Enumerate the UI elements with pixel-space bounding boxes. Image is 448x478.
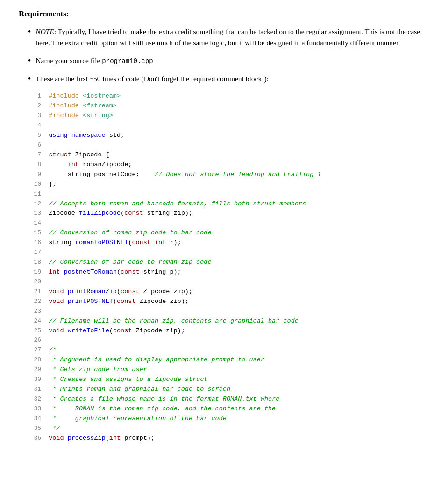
- note-bullet-text: NOTE: Typically, I have tried to make th…: [36, 26, 429, 49]
- line-num-23: 23: [28, 307, 49, 316]
- table-row: 16 string romanToPOSTNET(const int r);: [28, 238, 429, 248]
- requirements-list: • NOTE: Typically, I have tried to make …: [28, 26, 429, 85]
- table-row: 33 * ROMAN is the roman zip code, and th…: [28, 404, 429, 414]
- line-num-26: 26: [28, 336, 49, 345]
- line-num-24: 24: [28, 316, 49, 326]
- code-line-18: // Conversion of bar code to roman zip c…: [49, 258, 429, 267]
- table-row: 25 void writeToFile(const Zipcode zip);: [28, 326, 429, 336]
- code-line-14: [49, 218, 429, 228]
- code-table: 1 #include <iostream> 2 #include <fstrea…: [28, 91, 429, 443]
- table-row: 12 // Accepts both roman and barcode for…: [28, 199, 429, 209]
- line-num-22: 22: [28, 297, 49, 307]
- code-line-33: * ROMAN is the roman zip code, and the c…: [49, 404, 429, 414]
- line-num-8: 8: [28, 160, 49, 170]
- table-row: 22 void printPOSTNET(const Zipcode zip);: [28, 297, 429, 307]
- code-line-19: int postnetToRoman(const string p);: [49, 267, 429, 277]
- table-row: 4: [28, 121, 429, 131]
- line-num-1: 1: [28, 91, 49, 101]
- code-line-24: // Filename will be the roman zip, conte…: [49, 316, 429, 326]
- table-row: 35 */: [28, 424, 429, 434]
- line-num-35: 35: [28, 424, 49, 434]
- code-line-36: void processZip(int prompt);: [49, 434, 429, 443]
- lines-bullet: • These are the first ~50 lines of code …: [28, 73, 429, 85]
- line-num-25: 25: [28, 326, 49, 336]
- note-italic-label: NOTE: [36, 28, 54, 35]
- line-num-17: 17: [28, 248, 49, 258]
- table-row: 28 * Argument is used to display appropr…: [28, 355, 429, 365]
- code-line-2: #include <fstream>: [49, 101, 429, 111]
- line-num-18: 18: [28, 258, 49, 267]
- code-line-5: using namespace std;: [49, 131, 429, 141]
- code-line-26: [49, 336, 429, 345]
- filename-code: program10.cpp: [102, 57, 153, 65]
- table-row: 9 string postnetCode; // Does not store …: [28, 170, 429, 180]
- line-num-30: 30: [28, 375, 49, 385]
- code-line-6: [49, 141, 429, 150]
- table-row: 21 void printRomanZip(const Zipcode zip)…: [28, 287, 429, 297]
- line-num-28: 28: [28, 355, 49, 365]
- code-line-3: #include <string>: [49, 111, 429, 121]
- line-num-12: 12: [28, 199, 49, 209]
- table-row: 24 // Filename will be the roman zip, co…: [28, 316, 429, 326]
- table-row: 10 };: [28, 180, 429, 190]
- table-row: 1 #include <iostream>: [28, 91, 429, 101]
- line-num-3: 3: [28, 111, 49, 121]
- code-line-12: // Accepts both roman and barcode format…: [49, 199, 429, 209]
- line-num-36: 36: [28, 434, 49, 443]
- code-line-35: */: [49, 424, 429, 434]
- table-row: 6: [28, 141, 429, 150]
- table-row: 36 void processZip(int prompt);: [28, 434, 429, 443]
- code-line-11: [49, 190, 429, 199]
- code-line-27: /*: [49, 345, 429, 355]
- table-row: 5 using namespace std;: [28, 131, 429, 141]
- line-num-7: 7: [28, 150, 49, 160]
- code-line-7: struct Zipcode {: [49, 150, 429, 160]
- table-row: 13 Zipcode fillZipcode(const string zip)…: [28, 209, 429, 218]
- table-row: 8 int romanZipcode;: [28, 160, 429, 170]
- table-row: 14: [28, 218, 429, 228]
- table-row: 19 int postnetToRoman(const string p);: [28, 267, 429, 277]
- code-line-17: [49, 248, 429, 258]
- bullet-dot-1: •: [28, 26, 31, 49]
- code-line-34: * graphical representation of the bar co…: [49, 414, 429, 424]
- line-num-5: 5: [28, 131, 49, 141]
- table-row: 34 * graphical representation of the bar…: [28, 414, 429, 424]
- code-block: 1 #include <iostream> 2 #include <fstrea…: [28, 91, 429, 443]
- line-num-34: 34: [28, 414, 49, 424]
- name-bullet: • Name your source file program10.cpp: [28, 55, 429, 67]
- table-row: 23: [28, 307, 429, 316]
- line-num-21: 21: [28, 287, 49, 297]
- table-row: 3 #include <string>: [28, 111, 429, 121]
- line-num-20: 20: [28, 277, 49, 287]
- table-row: 30 * Creates and assigns to a Zipcode st…: [28, 375, 429, 385]
- table-row: 29 * Gets zip code from user: [28, 365, 429, 375]
- line-num-32: 32: [28, 394, 49, 404]
- lines-bullet-text: These are the first ~50 lines of code (D…: [36, 73, 269, 85]
- code-line-25: void writeToFile(const Zipcode zip);: [49, 326, 429, 336]
- code-line-29: * Gets zip code from user: [49, 365, 429, 375]
- line-num-33: 33: [28, 404, 49, 414]
- code-line-20: [49, 277, 429, 287]
- table-row: 15 // Conversion of roman zip code to ba…: [28, 228, 429, 238]
- line-num-11: 11: [28, 190, 49, 199]
- code-line-31: * Prints roman and graphical bar code to…: [49, 385, 429, 394]
- line-num-16: 16: [28, 238, 49, 248]
- table-row: 31 * Prints roman and graphical bar code…: [28, 385, 429, 394]
- code-line-30: * Creates and assigns to a Zipcode struc…: [49, 375, 429, 385]
- table-row: 17: [28, 248, 429, 258]
- code-line-32: * Creates a file whose name is in the fo…: [49, 394, 429, 404]
- table-row: 18 // Conversion of bar code to roman zi…: [28, 258, 429, 267]
- code-line-4: [49, 121, 429, 131]
- code-line-16: string romanToPOSTNET(const int r);: [49, 238, 429, 248]
- line-num-27: 27: [28, 345, 49, 355]
- table-row: 32 * Creates a file whose name is in the…: [28, 394, 429, 404]
- table-row: 20: [28, 277, 429, 287]
- line-num-29: 29: [28, 365, 49, 375]
- line-num-19: 19: [28, 267, 49, 277]
- line-num-10: 10: [28, 180, 49, 190]
- table-row: 27 /*: [28, 345, 429, 355]
- code-line-13: Zipcode fillZipcode(const string zip);: [49, 209, 429, 218]
- line-num-15: 15: [28, 228, 49, 238]
- bullet-dot-3: •: [28, 73, 31, 85]
- table-row: 26: [28, 336, 429, 345]
